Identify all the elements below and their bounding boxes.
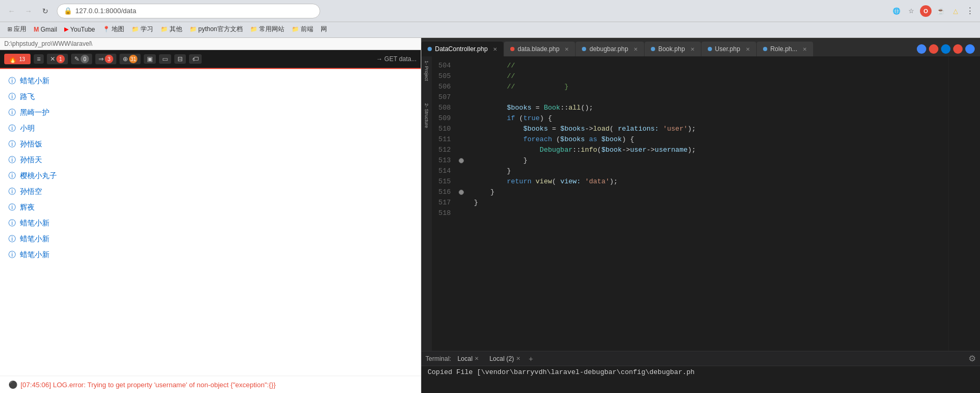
terminal-tab-local2[interactable]: Local (2) ✕ [485, 354, 524, 363]
list-item[interactable]: ⓘ孙悟饭 [0, 136, 421, 152]
list-item[interactable]: ⓘ孙悟天 [0, 152, 421, 168]
debugbar-tag[interactable]: 🏷 [189, 54, 202, 64]
terminal-content: Copied File [\vendor\barryvdh\laravel-de… [421, 366, 980, 378]
ide-tab-0[interactable]: DataController.php ✕ [421, 42, 503, 56]
bookmark-maps[interactable]: 📍 地图 [100, 24, 127, 35]
bookmark-youtube[interactable]: ▶ YouTube [61, 25, 98, 34]
brave-icon[interactable] [965, 44, 975, 54]
tab-label: User.php [715, 45, 740, 53]
line-number: 507 [436, 92, 451, 103]
error-icon: ✕ [50, 55, 55, 63]
ide-tab-2[interactable]: debugbar.php ✕ [576, 42, 644, 56]
debugbar-edit[interactable]: ✎ 0 [71, 54, 92, 64]
debugbar-table[interactable]: ≡ [34, 54, 44, 64]
debugbar-queries[interactable]: ⊕ 31 [120, 54, 141, 64]
list-item[interactable]: ⓘ蜡笔小新 [0, 73, 421, 89]
badge-main-count: 13 [18, 55, 26, 63]
debugbar-errors[interactable]: ✕ 1 [47, 54, 68, 64]
chrome-icon[interactable] [917, 44, 926, 54]
close-local2-tab[interactable]: ✕ [516, 356, 520, 361]
browser-content: D:\phpstudy_pro\WWW\laravel\ 🔥 13 ≡ ✕ 1 … [0, 38, 421, 393]
table-icon: ≡ [37, 55, 41, 63]
code-lines[interactable]: // // // } $books = Book::all(); if (tru… [466, 56, 948, 351]
close-local-tab[interactable]: ✕ [474, 356, 479, 361]
list-item[interactable]: ⓘ辉夜 [0, 200, 421, 215]
opera-dev-icon[interactable] [929, 44, 938, 54]
address-bar[interactable]: 🔒 127.0.0.1:8000/data [57, 4, 320, 18]
menu-icon[interactable]: ⋮ [964, 5, 976, 17]
star-icon[interactable]: ☆ [905, 5, 917, 17]
debugbar-arrow[interactable]: ⇒ 3 [95, 54, 116, 64]
line-number: 511 [436, 134, 451, 145]
bookmark-study[interactable]: 📁 学习 [128, 24, 156, 35]
add-terminal-button[interactable]: + [529, 355, 533, 363]
error-count: 1 [56, 55, 65, 63]
gutter-marker [457, 82, 466, 92]
bookmark-web[interactable]: 网 [318, 24, 330, 35]
info-icon: ⓘ [8, 219, 16, 228]
close-tab-1[interactable]: ✕ [565, 46, 569, 52]
close-tab-4[interactable]: ✕ [746, 46, 750, 52]
ext-icon[interactable]: ☕ [935, 5, 946, 17]
code-line: $books = Book::all(); [466, 103, 948, 113]
structure-label[interactable]: 2- Structure [424, 101, 429, 130]
debugbar-logo[interactable]: 🔥 13 [4, 54, 31, 64]
back-button[interactable]: ← [4, 4, 19, 18]
close-tab-5[interactable]: ✕ [803, 46, 807, 52]
wallet-icon[interactable]: △ [949, 5, 961, 17]
ide-tab-4[interactable]: User.php ✕ [701, 42, 756, 56]
tab-type-icon [763, 47, 767, 51]
gutter-marker [457, 92, 466, 103]
edge-icon[interactable] [941, 44, 951, 54]
list-item[interactable]: ⓘ蜡笔小新 [0, 215, 421, 231]
translate-icon[interactable]: 🌐 [890, 5, 902, 17]
project-label[interactable]: 1- Project [424, 58, 429, 83]
bookmark-frontend[interactable]: 📁 前端 [289, 24, 316, 35]
line-number: 506 [436, 82, 451, 92]
close-tab-3[interactable]: ✕ [690, 46, 695, 52]
queries-count: 31 [129, 55, 137, 63]
close-tab-0[interactable]: ✕ [493, 46, 497, 52]
tab-label: DataController.php [435, 45, 488, 53]
debugbar-mail[interactable]: ▣ [144, 54, 156, 64]
list-item[interactable]: ⓘ黑崎一护 [0, 105, 421, 121]
gutter-marker [457, 71, 466, 82]
path-bar: D:\phpstudy_pro\WWW\laravel\ [0, 38, 421, 50]
bookmark-python[interactable]: 📁 python官方文档 [186, 24, 246, 35]
opera-icon[interactable]: O [920, 5, 932, 17]
bookmark-common[interactable]: 📁 常用网站 [247, 24, 288, 35]
ide-tab-1[interactable]: data.blade.php ✕ [504, 42, 575, 56]
line-number: 516 [436, 187, 451, 198]
youtube-label: YouTube [70, 26, 95, 33]
forward-button[interactable]: → [21, 4, 36, 18]
debugbar-rect[interactable]: ▭ [159, 54, 171, 64]
terminal-settings-icon[interactable]: ⚙ [968, 353, 976, 363]
bookmark-other[interactable]: 📁 其他 [157, 24, 185, 35]
terminal-label: Terminal: [425, 355, 451, 362]
opera-icon[interactable] [953, 44, 963, 54]
list-item[interactable]: ⓘ孙悟空 [0, 184, 421, 200]
list-item[interactable]: ⓘ蜡笔小新 [0, 247, 421, 263]
debugbar-minus[interactable]: ⊟ [174, 54, 186, 64]
bookmark-gmail[interactable]: M Gmail [31, 25, 60, 34]
ide-tab-3[interactable]: Book.php ✕ [645, 42, 701, 56]
ide-terminal: Terminal: Local ✕ Local (2) ✕ + ⚙ Copied… [421, 351, 980, 393]
gutter-marker [457, 198, 466, 208]
close-tab-2[interactable]: ✕ [633, 46, 638, 52]
web-label: 网 [321, 25, 327, 34]
list-item[interactable]: ⓘ小明 [0, 121, 421, 136]
terminal-tab-local[interactable]: Local ✕ [453, 354, 483, 363]
line-number: 517 [436, 198, 451, 208]
list-item[interactable]: ⓘ樱桃小丸子 [0, 168, 421, 184]
gutter-marker [457, 61, 466, 71]
ide-tab-5[interactable]: Role.ph... ✕ [757, 42, 813, 56]
list-item[interactable]: ⓘ路飞 [0, 89, 421, 105]
nav-buttons: ← → ↻ [4, 4, 53, 18]
refresh-button[interactable]: ↻ [38, 4, 53, 18]
bookmark-apps[interactable]: ⊞ 应用 [4, 24, 29, 35]
list-item[interactable]: ⓘ蜡笔小新 [0, 231, 421, 247]
ide-left-sidebar: 1- Project 2- Structure [421, 56, 432, 351]
gutter-marker [457, 113, 466, 124]
gutter-marker [457, 124, 466, 134]
gutter-marker [457, 103, 466, 113]
